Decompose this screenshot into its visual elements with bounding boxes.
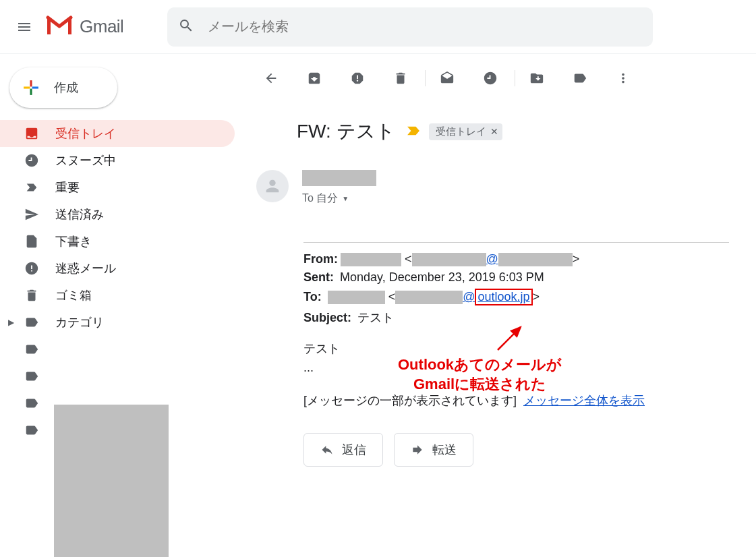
inbox-icon: [24, 126, 39, 141]
sidebar-item-label: 下書き: [55, 233, 92, 250]
separator: [425, 70, 426, 86]
delete-button[interactable]: [387, 65, 414, 92]
toolbar: [243, 65, 756, 102]
important-marker-icon[interactable]: [406, 124, 421, 140]
important-icon: [24, 180, 39, 195]
sidebar-item-label: 送信済み: [55, 206, 104, 223]
reply-button[interactable]: 返信: [303, 433, 383, 467]
draft-icon: [24, 234, 39, 249]
divider: [303, 242, 729, 243]
sidebar-label-2[interactable]: [0, 363, 243, 390]
sidebar-item-label: カテゴリ: [55, 314, 104, 330]
sidebar-item-spam[interactable]: 迷惑メール: [0, 255, 235, 282]
sender-info: To 自分 ▼: [302, 170, 376, 206]
reply-icon: [320, 443, 334, 457]
label-icon: [24, 369, 39, 384]
subject-row: FW: テスト 受信トレイ ✕: [243, 119, 756, 144]
outlook-domain-highlighted: outlook.jp: [475, 289, 532, 305]
annotation-arrow: [492, 322, 526, 355]
gmail-logo[interactable]: Gmail: [46, 16, 123, 38]
menu-icon[interactable]: [8, 11, 40, 43]
search-icon: [178, 18, 194, 36]
sidebar-item-drafts[interactable]: 下書き: [0, 228, 235, 255]
search-input[interactable]: [208, 19, 642, 34]
sidebar-item-categories[interactable]: ▶ カテゴリ: [0, 309, 243, 336]
close-icon[interactable]: ✕: [490, 126, 498, 137]
label-icon: [24, 342, 39, 357]
snooze-button[interactable]: [477, 65, 504, 92]
email-body: From: <@> Sent: Monday, December 23, 201…: [303, 242, 756, 467]
sidebar-label-1[interactable]: [0, 336, 243, 363]
sidebar-item-inbox[interactable]: 受信トレイ: [0, 120, 235, 147]
plus-icon: [22, 78, 40, 97]
sidebar: 作成 受信トレイ スヌーズ中 重要 送信済み 下書き 迷惑メール ゴミ箱: [0, 54, 243, 557]
content: FW: テスト 受信トレイ ✕ To 自分 ▼: [243, 54, 756, 557]
chevron-right-icon: ▶: [8, 318, 15, 327]
sidebar-item-label: 迷惑メール: [55, 260, 116, 276]
redacted-block: [54, 405, 169, 557]
forward-icon: [411, 443, 424, 457]
label-chip-text: 受信トレイ: [436, 125, 486, 138]
chevron-down-icon: ▼: [342, 195, 349, 202]
annotation-text: Outlookあてのメールが Gmailに転送された: [398, 355, 562, 394]
actions-row: 返信 転送: [303, 433, 729, 467]
archive-button[interactable]: [301, 65, 328, 92]
sidebar-item-snoozed[interactable]: スヌーズ中: [0, 147, 235, 174]
to-body-line: To: <@outlook.jp>: [303, 289, 729, 305]
send-icon: [24, 207, 39, 222]
header: Gmail: [0, 0, 756, 54]
sidebar-item-label: 受信トレイ: [55, 125, 116, 142]
gmail-m-icon: [46, 16, 73, 38]
compose-button[interactable]: 作成: [9, 67, 117, 108]
label-chip[interactable]: 受信トレイ ✕: [429, 123, 502, 140]
mark-unread-button[interactable]: [434, 65, 461, 92]
clock-icon: [24, 153, 39, 168]
back-button[interactable]: [258, 65, 285, 92]
redacted-sender: [302, 170, 376, 186]
partial-message-row: [メッセージの一部が表示されています] メッセージ全体を表示: [303, 392, 729, 409]
svg-rect-1: [68, 18, 71, 34]
move-to-button[interactable]: [523, 65, 550, 92]
svg-line-2: [498, 327, 521, 350]
labels-button[interactable]: [566, 65, 593, 92]
sidebar-item-label: スヌーズ中: [55, 152, 116, 169]
svg-rect-0: [47, 18, 51, 34]
sender-row: To 自分 ▼: [243, 170, 756, 206]
report-spam-button[interactable]: [344, 65, 371, 92]
trash-icon: [24, 288, 39, 303]
avatar[interactable]: [256, 170, 289, 202]
label-icon: [24, 396, 39, 411]
spam-icon: [24, 261, 39, 276]
email-subject: FW: テスト: [297, 119, 395, 144]
app-name: Gmail: [80, 16, 123, 37]
compose-label: 作成: [54, 80, 78, 96]
search-box[interactable]: [167, 7, 653, 47]
separator: [515, 70, 515, 86]
label-icon: [24, 423, 39, 438]
sidebar-item-sent[interactable]: 送信済み: [0, 201, 235, 228]
forward-button[interactable]: 転送: [394, 433, 473, 467]
to-line[interactable]: To 自分 ▼: [302, 192, 376, 206]
sidebar-item-label: ゴミ箱: [55, 287, 92, 303]
label-icon: [24, 315, 39, 330]
from-line: From: <@>: [303, 252, 729, 266]
more-button[interactable]: [610, 65, 637, 92]
show-full-message-link[interactable]: メッセージ全体を表示: [523, 394, 645, 407]
sidebar-item-trash[interactable]: ゴミ箱: [0, 282, 235, 309]
sidebar-item-label: 重要: [55, 179, 80, 196]
sidebar-item-important[interactable]: 重要: [0, 174, 235, 201]
main: 作成 受信トレイ スヌーズ中 重要 送信済み 下書き 迷惑メール ゴミ箱: [0, 54, 756, 557]
sent-line: Sent: Monday, December 23, 2019 6:03 PM: [303, 270, 729, 285]
